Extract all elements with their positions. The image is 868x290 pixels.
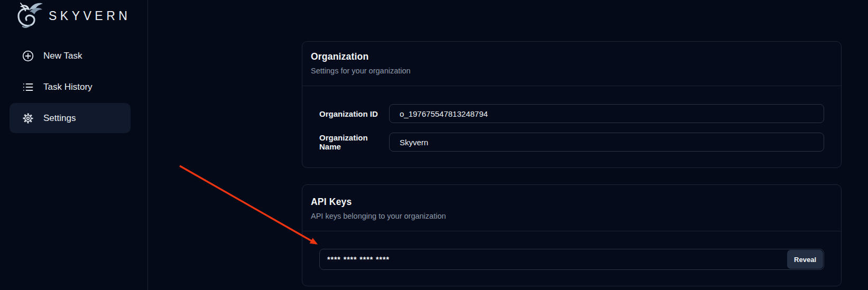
sidebar-item-new-task[interactable]: New Task — [10, 41, 131, 71]
sidebar-item-label: Settings — [43, 113, 76, 124]
organization-card-subtitle: Settings for your organization — [311, 67, 833, 76]
organization-card: Organization Settings for your organizat… — [302, 41, 842, 168]
api-key-field-wrapper: Reveal — [319, 249, 824, 270]
organization-id-input[interactable] — [389, 104, 824, 123]
organization-card-header: Organization Settings for your organizat… — [302, 42, 841, 86]
sidebar-nav: New Task Task History — [10, 41, 131, 134]
api-keys-card-title: API Keys — [311, 197, 833, 207]
brand-name: SKYVERN — [49, 9, 131, 23]
brand: SKYVERN — [15, 1, 131, 31]
skyvern-logo-icon — [15, 1, 43, 31]
reveal-button[interactable]: Reveal — [787, 250, 823, 269]
sidebar-item-label: Task History — [43, 82, 93, 92]
plus-circle-icon — [22, 50, 34, 62]
sidebar-item-label: New Task — [43, 51, 82, 61]
organization-name-row: Organization Name — [319, 133, 824, 152]
list-icon — [22, 81, 34, 93]
organization-card-body: Organization ID Organization Name — [302, 86, 841, 152]
api-keys-card-body: Reveal — [302, 231, 841, 270]
api-keys-card-header: API Keys API keys belonging to your orga… — [302, 185, 841, 231]
api-keys-card-subtitle: API keys belonging to your organization — [311, 212, 833, 221]
sidebar: SKYVERN New Task — [0, 0, 148, 290]
organization-id-row: Organization ID — [319, 104, 824, 123]
organization-name-label: Organization Name — [319, 133, 389, 151]
organization-card-title: Organization — [311, 51, 833, 62]
api-key-masked-input[interactable] — [319, 249, 824, 270]
gear-icon — [22, 112, 34, 125]
organization-name-input[interactable] — [389, 133, 824, 152]
arrow-line — [180, 166, 316, 244]
organization-id-label: Organization ID — [319, 109, 389, 118]
sidebar-item-settings[interactable]: Settings — [10, 103, 131, 133]
api-keys-card: API Keys API keys belonging to your orga… — [302, 184, 842, 286]
sidebar-item-task-history[interactable]: Task History — [10, 72, 131, 102]
